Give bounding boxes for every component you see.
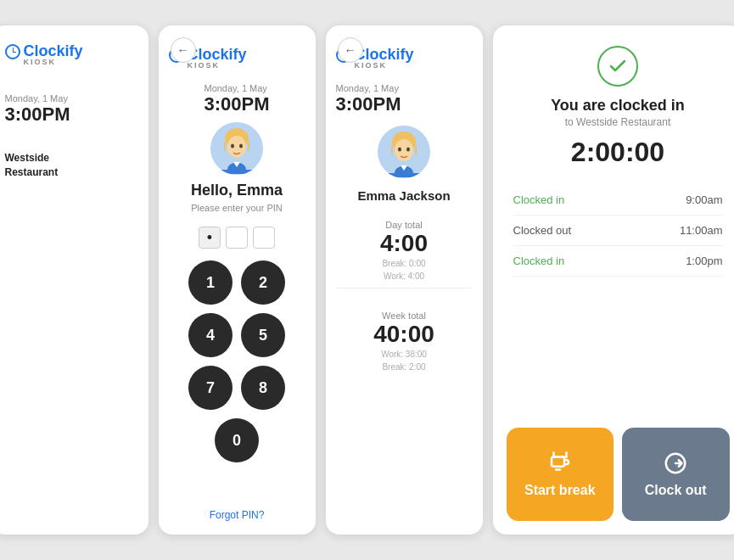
svg-point-9 [406,148,410,152]
clocked-timer: 2:00:00 [571,137,664,168]
numpad-p2: 1 2 4 5 7 8 0 [188,260,285,462]
clock-out-label: Clock out [645,483,707,498]
num-btn-7[interactable]: 7 [188,366,233,410]
work-text-p3: Work: 4:00 [384,272,424,281]
day-total-value-p3: 4:00 [380,230,428,257]
avatar-p2 [210,122,263,175]
panel3-summary: ← Clockify KIOSK Monday, 1 May 3:00PM [326,25,483,535]
svg-rect-10 [552,457,564,467]
datetime-p1: Monday, 1 May 3:00PM [5,93,135,126]
num-btn-2[interactable]: 2 [241,260,285,305]
start-break-label: Start break [524,483,596,498]
datetime-p2: Monday, 1 May 3:00PM [204,83,269,115]
datetime-p3: Monday, 1 May 3:00PM [336,83,473,115]
clock-icon-p1 [5,44,20,59]
clocked-in-sub: to Westside Restaurant [565,116,671,128]
week-work-text-p3: Work: 38:00 [381,350,427,359]
start-break-button[interactable]: Start break [507,428,614,521]
clocked-in-title: You are clocked in [551,97,685,115]
kiosk-label-p3: KIOSK [355,61,388,70]
log-value-1: 9:00am [686,193,722,206]
pin-dot-3 [253,227,275,249]
num-btn-1[interactable]: 1 [188,260,233,305]
enter-pin-text-p2: Please enter your PIN [191,203,283,213]
restaurant-name-p1: WestsideRestaurant [5,151,135,180]
date-p2: Monday, 1 May [204,83,269,93]
log-label-2: Clocked out [513,224,572,237]
pin-dot-2 [226,227,248,249]
date-p1: Monday, 1 May [5,93,135,104]
num-btn-5[interactable]: 5 [241,313,285,357]
log-label-1: Clocked in [513,193,565,206]
back-button-p3[interactable]: ← [338,37,363,63]
week-total-value-p3: 40:00 [373,321,434,348]
pin-dot-1: • [199,227,221,249]
week-break-text-p3: Break: 2:00 [382,362,425,372]
log-value-2: 11:00am [680,224,723,237]
panel4-clocked-in: You are clocked in to Westside Restauran… [493,25,735,535]
log-value-3: 1:00pm [686,255,722,267]
week-break-work-p3: Work: 38:00 Break: 2:00 [381,348,427,373]
avatar-p3 [378,126,430,178]
time-log: Clocked in 9:00am Clocked out 11:00am Cl… [513,185,723,277]
panel4-actions: Start break Clock out [493,414,735,535]
time-p1: 3:00PM [5,104,135,126]
time-p2: 3:00PM [204,93,269,115]
day-total-label-p3: Day total [385,220,422,230]
clock-out-button[interactable]: Clock out [622,428,730,521]
week-total-label-p3: Week total [382,311,426,321]
num-btn-8[interactable]: 8 [241,366,285,410]
time-p3: 3:00PM [336,93,473,115]
svg-point-8 [398,148,401,152]
date-p3: Monday, 1 May [336,83,473,93]
check-circle [597,46,638,87]
panel2-pin: ← Clockify KIOSK Monday, 1 May 3:00PM [159,25,316,535]
panel4-top: You are clocked in to Westside Restauran… [493,25,735,414]
hello-text-p2: Hello, Emma [191,182,283,199]
num-btn-0[interactable]: 0 [215,418,259,462]
screens-container: Clockify KIOSK Monday, 1 May 3:00PM West… [0,8,734,552]
svg-point-4 [239,144,243,148]
log-label-3: Clocked in [513,255,565,267]
time-log-row-3: Clocked in 1:00pm [513,246,723,277]
num-btn-4[interactable]: 4 [188,313,233,357]
divider-p3 [336,288,473,288]
back-button-p2[interactable]: ← [171,37,196,63]
break-text-p3: Break: 0:00 [382,259,425,268]
time-log-row-1: Clocked in 9:00am [513,185,723,216]
svg-point-3 [231,144,234,148]
break-work-text-p3: Break: 0:00 Work: 4:00 [382,257,425,283]
employee-name-p3: Emma Jackson [357,188,450,203]
pin-dots-p2: • [199,227,275,249]
logo-area-p1: Clockify KIOSK [5,42,135,66]
kiosk-label-p2: KIOSK [188,61,221,70]
time-log-row-2: Clocked out 11:00am [513,216,723,246]
panel1-kiosk: Clockify KIOSK Monday, 1 May 3:00PM West… [0,25,148,535]
kiosk-label-p1: KIOSK [24,58,57,66]
forgot-pin-link[interactable]: Forgot PIN? [210,496,265,521]
